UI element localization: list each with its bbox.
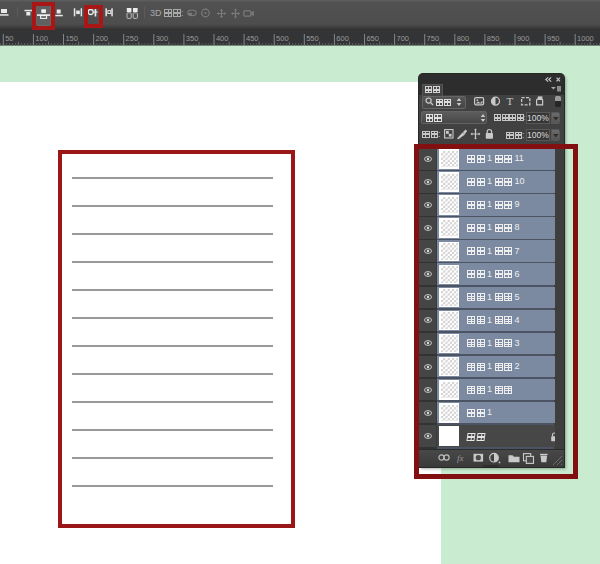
svg-text:900: 900 bbox=[517, 34, 530, 43]
svg-text:550: 550 bbox=[306, 34, 319, 43]
svg-text:300: 300 bbox=[156, 34, 169, 43]
svg-text:700: 700 bbox=[397, 34, 410, 43]
svg-text:600: 600 bbox=[336, 34, 349, 43]
svg-text:950: 950 bbox=[547, 34, 560, 43]
svg-text:400: 400 bbox=[216, 34, 229, 43]
svg-text:350: 350 bbox=[186, 34, 199, 43]
svg-text:200: 200 bbox=[96, 34, 109, 43]
svg-text:450: 450 bbox=[246, 34, 259, 43]
svg-text:850: 850 bbox=[487, 34, 500, 43]
svg-text:250: 250 bbox=[126, 34, 139, 43]
svg-text:100: 100 bbox=[35, 34, 48, 43]
svg-text:50: 50 bbox=[5, 34, 13, 43]
svg-text:500: 500 bbox=[276, 34, 289, 43]
svg-text:800: 800 bbox=[457, 34, 470, 43]
svg-text:650: 650 bbox=[366, 34, 379, 43]
svg-text:1000: 1000 bbox=[577, 34, 594, 43]
svg-text:150: 150 bbox=[65, 34, 78, 43]
svg-text:750: 750 bbox=[427, 34, 440, 43]
svg-text:T: T bbox=[507, 95, 514, 107]
